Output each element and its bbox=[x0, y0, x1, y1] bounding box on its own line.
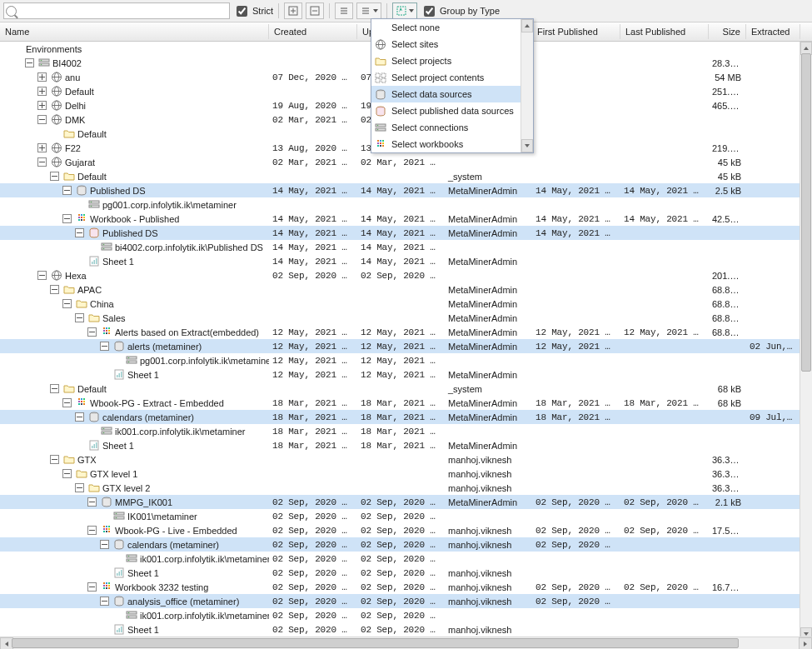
scroll-up-button[interactable] bbox=[521, 19, 533, 32]
menu-item[interactable]: Select sites bbox=[371, 36, 521, 52]
collapse-icon[interactable] bbox=[75, 228, 84, 237]
tree-row[interactable]: analysis_office (metaminer)02 Sep, 2020 … bbox=[0, 594, 800, 608]
tree-row[interactable]: Workbook - Published14 May, 2021 04:0914… bbox=[0, 212, 800, 226]
tree-row[interactable]: calendars (metaminer)18 Mar, 2021 23:011… bbox=[0, 410, 800, 424]
tree-row[interactable]: Hexa02 Sep, 2020 05:5502 Sep, 2020 05:55… bbox=[0, 268, 800, 282]
group-by-type-checkbox[interactable]: Group by Type bbox=[421, 3, 500, 19]
tree-row[interactable]: Published DS14 May, 2021 04:0614 May, 20… bbox=[0, 183, 800, 197]
tree-row[interactable]: Published DS14 May, 2021 04:0914 May, 20… bbox=[0, 226, 800, 240]
collapse-icon[interactable] bbox=[62, 398, 72, 407]
collapse-icon[interactable] bbox=[100, 342, 109, 351]
select-type-dropdown[interactable] bbox=[392, 2, 417, 19]
collapse-icon[interactable] bbox=[37, 157, 47, 167]
tree-row[interactable]: Default_system68 kB bbox=[0, 382, 800, 396]
row-label: ik001.corp.infolytik.ik\metaminer bbox=[140, 554, 269, 564]
tree-row[interactable]: Sheet 112 May, 2021 01:1012 May, 2021 01… bbox=[0, 367, 800, 382]
tree-row[interactable]: SalesMetaMinerAdmin68.8 kB bbox=[0, 311, 800, 325]
menu-item[interactable]: Select data sources bbox=[371, 86, 521, 102]
search-input[interactable] bbox=[3, 2, 230, 19]
expand-icon[interactable] bbox=[37, 87, 47, 96]
tree-row[interactable]: alerts (metaminer)12 May, 2021 01:1012 M… bbox=[0, 339, 800, 353]
collapse-icon[interactable] bbox=[75, 483, 84, 492]
scrollbar-thumb[interactable] bbox=[801, 53, 811, 372]
menu-item[interactable]: Select workbooks bbox=[371, 136, 521, 152]
menu-item[interactable]: Select published data sources bbox=[371, 102, 521, 119]
tree-row[interactable]: Sheet 118 Mar, 2021 23:0118 Mar, 2021 23… bbox=[0, 438, 800, 452]
tree-row[interactable]: Sheet 102 Sep, 2020 05:5902 Sep, 2020 05… bbox=[0, 566, 800, 580]
expand-all-button[interactable] bbox=[284, 2, 302, 19]
collapse-icon[interactable] bbox=[87, 582, 97, 592]
tree-row[interactable]: GTX level 1manhoj.viknesh36.3 kB bbox=[0, 467, 800, 481]
collapse-icon[interactable] bbox=[62, 469, 72, 478]
indent bbox=[3, 147, 35, 148]
collapse-icon[interactable] bbox=[37, 271, 47, 280]
column-header-last_published[interactable]: Last Published bbox=[620, 24, 709, 39]
menu-item[interactable]: Select project contents bbox=[371, 69, 521, 86]
collapse-icon[interactable] bbox=[75, 412, 84, 422]
menu-item[interactable]: Select projects bbox=[371, 52, 521, 69]
tree-row[interactable]: MMPG_IK00102 Sep, 2020 06:1302 Sep, 2020… bbox=[0, 495, 800, 509]
column-header-extracted[interactable]: Extracted bbox=[746, 24, 800, 39]
tree-row[interactable]: ik001.corp.infolytik.ik\metaminer02 Sep,… bbox=[0, 552, 800, 566]
collapse-icon[interactable] bbox=[37, 115, 47, 124]
collapse-icon[interactable] bbox=[62, 299, 72, 308]
collapse-icon[interactable] bbox=[62, 186, 72, 195]
collapse-icon[interactable] bbox=[75, 313, 84, 322]
column-header-first_published[interactable]: First Published bbox=[532, 24, 620, 39]
tree-row[interactable]: APACMetaMinerAdmin68.8 kB bbox=[0, 282, 800, 297]
collapse-icon[interactable] bbox=[50, 172, 59, 181]
horizontal-scrollbar[interactable] bbox=[0, 637, 812, 649]
tree-row[interactable]: pg001.corp.infolytik.ik\metaminer12 May,… bbox=[0, 353, 800, 367]
tree-row[interactable]: Sheet 102 Sep, 2020 05:5902 Sep, 2020 06… bbox=[0, 622, 800, 637]
tree-row[interactable]: ik001.corp.infolytik.ik\metaminer02 Sep,… bbox=[0, 608, 800, 622]
tree-row[interactable]: IK001\metaminer02 Sep, 2020 06:1302 Sep,… bbox=[0, 509, 800, 523]
cell-size bbox=[709, 615, 746, 617]
scrollbar-track[interactable] bbox=[12, 637, 800, 649]
strict-checkbox[interactable]: Strict bbox=[233, 3, 273, 19]
collapse-all-button[interactable] bbox=[306, 2, 324, 19]
scroll-right-button[interactable] bbox=[799, 637, 812, 649]
tree-row[interactable]: Default_system45 kB bbox=[0, 169, 800, 183]
tree-row[interactable]: pg001.corp.infolytik.ik\metaminer bbox=[0, 197, 800, 212]
expand-icon[interactable] bbox=[37, 72, 47, 82]
filter-level-dropdown[interactable] bbox=[356, 2, 381, 19]
expand-icon[interactable] bbox=[37, 101, 47, 110]
tree-row[interactable]: calendars (metaminer)02 Sep, 2020 05:590… bbox=[0, 537, 800, 552]
tree-row[interactable]: Alerts based on Extract(embedded)12 May,… bbox=[0, 325, 800, 339]
scroll-down-button[interactable] bbox=[521, 139, 533, 152]
tree-row[interactable]: Wbook-PG - Extract - Embedded18 Mar, 202… bbox=[0, 396, 800, 410]
cell-name: ik001.corp.infolytik.ik\metaminer bbox=[0, 609, 269, 622]
collapse-icon[interactable] bbox=[100, 597, 109, 606]
column-header-name[interactable]: Name bbox=[0, 24, 269, 39]
tree-row[interactable]: bi4002.corp.infolytik.ik\Published DS14 … bbox=[0, 240, 800, 254]
group-by-type-checkbox-input[interactable] bbox=[424, 6, 435, 17]
menu-item[interactable]: Select none bbox=[371, 19, 521, 36]
tree-row[interactable]: GTX level 2manhoj.viknesh36.3 kB bbox=[0, 481, 800, 495]
tree-row[interactable]: Sheet 114 May, 2021 04:0914 May, 2021 04… bbox=[0, 254, 800, 268]
menu-scrollbar[interactable] bbox=[521, 19, 533, 152]
collapse-icon[interactable] bbox=[87, 497, 97, 507]
expand-icon[interactable] bbox=[37, 143, 47, 152]
vertical-scrollbar[interactable] bbox=[800, 42, 812, 641]
collapse-icon[interactable] bbox=[87, 327, 97, 337]
collapse-icon[interactable] bbox=[62, 214, 72, 223]
column-header-size[interactable]: Size bbox=[709, 24, 746, 39]
tree-row[interactable]: ChinaMetaMinerAdmin68.8 kB bbox=[0, 297, 800, 311]
tree-row[interactable]: Workbook 3232 testing02 Sep, 2020 05:590… bbox=[0, 580, 800, 594]
column-header-created[interactable]: Created bbox=[269, 24, 357, 39]
tree-row[interactable]: Wbook-PG - Live - Embedded02 Sep, 2020 0… bbox=[0, 523, 800, 537]
scrollbar-track[interactable] bbox=[800, 53, 812, 629]
filter-level-button[interactable] bbox=[335, 2, 353, 19]
strict-checkbox-input[interactable] bbox=[237, 6, 247, 17]
tree-row[interactable]: ik001.corp.infolytik.ik\metaminer18 Mar,… bbox=[0, 424, 800, 438]
scrollbar-thumb[interactable] bbox=[12, 638, 739, 648]
collapse-icon[interactable] bbox=[100, 540, 109, 549]
collapse-icon[interactable] bbox=[50, 455, 59, 464]
collapse-icon[interactable] bbox=[50, 384, 59, 393]
tree-row[interactable]: GTXmanhoj.viknesh36.3 kB bbox=[0, 452, 800, 467]
collapse-icon[interactable] bbox=[50, 285, 59, 294]
menu-item[interactable]: Select connections bbox=[371, 119, 521, 136]
collapse-icon[interactable] bbox=[25, 58, 34, 67]
collapse-icon[interactable] bbox=[87, 526, 97, 535]
tree-row[interactable]: Gujarat02 Mar, 2021 21:4402 Mar, 2021 21… bbox=[0, 155, 800, 169]
